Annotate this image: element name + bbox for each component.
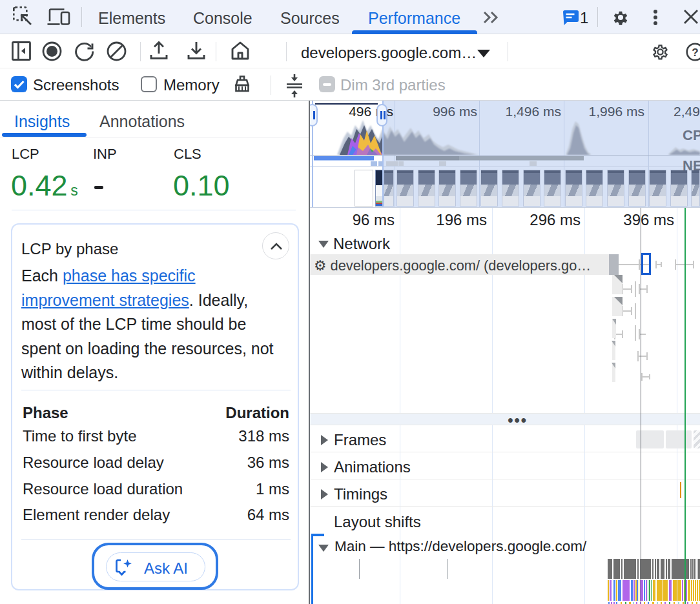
svg-text:?: ? [692,46,698,59]
